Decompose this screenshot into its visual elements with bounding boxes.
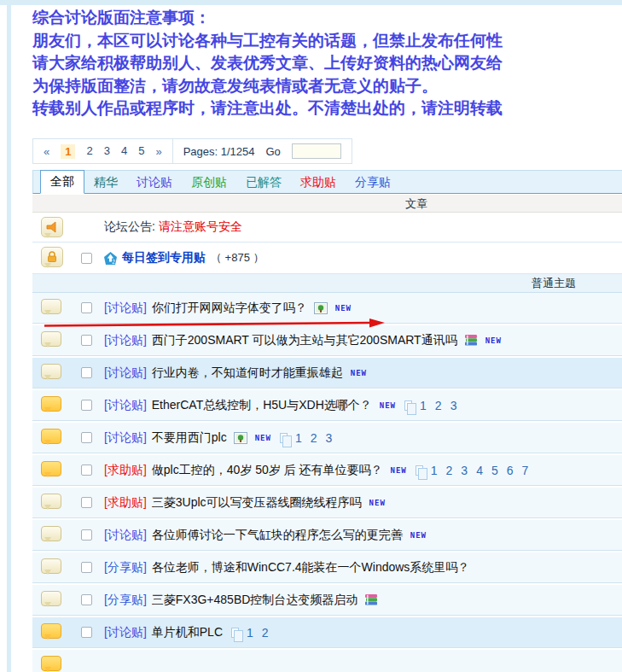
thread-checkbox[interactable]: [81, 627, 92, 638]
thread-tag[interactable]: [求助贴]: [104, 463, 147, 478]
thread-tag[interactable]: [讨论贴]: [104, 528, 147, 543]
page-number-link[interactable]: 1: [247, 626, 253, 640]
pages-icon: [416, 465, 423, 476]
thread-content: [求助贴]做plc工控的，40岁 50岁 后 还有单位要吗？NEW1234567: [104, 463, 530, 478]
tab-讨论贴[interactable]: 讨论贴: [127, 172, 182, 194]
pagination-info-cell: Pages: 1/1254 Go: [172, 139, 352, 163]
page-number-link[interactable]: 6: [507, 464, 514, 477]
thread-title-link[interactable]: 三菱FX3G+485BD控制台达变频器启动: [152, 593, 358, 608]
filter-tabs: 全部精华讨论贴原创贴已解答求助贴分享贴: [32, 170, 622, 194]
thread-list: [讨论贴]你们打开网网站字体变了吗？NEW[讨论贴]西门子200SMART 可以…: [32, 293, 622, 672]
page-go-input[interactable]: [292, 143, 341, 159]
pages-count-label: Pages: 1/1254: [183, 145, 255, 158]
thread-content: [讨论贴]你们打开网网站字体变了吗？NEW: [104, 301, 352, 316]
thread-title-link[interactable]: EtherCAT总线控制，H5U与XDH选哪个？: [152, 398, 372, 413]
thread-title-link[interactable]: 单片机和PLC: [152, 625, 223, 640]
thread-checkbox[interactable]: [81, 465, 92, 476]
topic-bubble-icon: [41, 526, 61, 541]
new-badge: NEW: [255, 434, 271, 442]
topic-bubble-icon: [41, 396, 61, 412]
page-number-link[interactable]: 5: [138, 144, 144, 159]
tab-已解答[interactable]: 已解答: [236, 172, 291, 194]
section-header-row: 普通主题: [32, 274, 622, 293]
thread-title-link[interactable]: 不要用西门plc: [152, 430, 227, 446]
prev-page-button[interactable]: «: [44, 145, 49, 158]
books-attachment-icon: [464, 334, 478, 347]
thread-content: [分享贴]各位老师，博途和WinCC7.4能装在一个Windows系统里吗？: [104, 560, 469, 576]
thread-title-link[interactable]: 三菱3Uplc可以写变压器线圈绕线程序吗: [152, 495, 362, 511]
thread-row: [求助贴]做plc工控的，40岁 50岁 后 还有单位要吗？NEW1234567: [32, 455, 622, 486]
thread-tag[interactable]: [分享贴]: [104, 560, 147, 576]
page-left-border: [7, 5, 11, 672]
page-number-link[interactable]: 3: [104, 144, 110, 159]
page-number-link[interactable]: 5: [491, 464, 498, 477]
page-number-link[interactable]: 2: [262, 626, 269, 640]
thread-content: [讨论贴]行业内卷，不知道何时才能重振雄起NEW: [104, 365, 367, 381]
thread-title-link[interactable]: 西门子200SMART 可以做为主站与其它200SMART通讯吗: [152, 333, 457, 348]
tab-原创贴[interactable]: 原创贴: [182, 172, 236, 194]
page-number-link[interactable]: 1: [431, 464, 438, 477]
thread-title-link[interactable]: 做plc工控的，40岁 50岁 后 还有单位要吗？: [152, 463, 383, 478]
page-number-link[interactable]: 3: [451, 399, 457, 412]
thread-checkbox[interactable]: [81, 594, 92, 605]
page-number-link[interactable]: 3: [461, 464, 468, 477]
page-number-link[interactable]: 4: [476, 464, 483, 477]
pinned-level-icon: 2: [104, 252, 117, 265]
notice-line: 转载别人作品或程序时，请注意出处。不清楚出处的，请注明转载: [32, 97, 503, 120]
announcement-row: 论坛公告: 请注意账号安全: [32, 213, 622, 243]
new-badge: NEW: [485, 336, 502, 345]
page-number-link[interactable]: 7: [522, 464, 529, 477]
thread-title-link[interactable]: 行业内卷，不知道何时才能重振雄起: [152, 365, 343, 381]
pagination-bar: « 12345 » Pages: 1/1254 Go: [32, 138, 352, 164]
page-number-link[interactable]: 2: [311, 431, 317, 445]
page-number-link[interactable]: 2: [435, 399, 442, 412]
thread-checkbox[interactable]: [81, 367, 92, 378]
thread-tag[interactable]: [讨论贴]: [104, 430, 147, 446]
thread-title-link[interactable]: 你们打开网网站字体变了吗？: [152, 301, 307, 316]
page-number-link[interactable]: 2: [86, 144, 92, 159]
topic-bubble-icon: [41, 494, 61, 509]
thread-checkbox[interactable]: [81, 335, 92, 346]
tab-求助贴[interactable]: 求助贴: [291, 172, 346, 194]
thread-tag[interactable]: [分享贴]: [104, 593, 147, 608]
thread-row: [讨论贴]行业内卷，不知道何时才能重振雄起NEW: [32, 358, 622, 389]
announcement-link[interactable]: 请注意账号安全: [159, 219, 242, 235]
thread-title-link[interactable]: 各位老师，博途和WinCC7.4能装在一个Windows系统里吗？: [152, 560, 470, 576]
thread-tag[interactable]: [讨论贴]: [104, 365, 147, 381]
page-number-link[interactable]: 3: [326, 431, 333, 445]
page-number-link[interactable]: 1: [420, 399, 427, 412]
tab-分享贴[interactable]: 分享贴: [346, 172, 400, 194]
thread-checkbox[interactable]: [81, 302, 92, 313]
page-number-link[interactable]: 1: [295, 431, 302, 445]
thread-tag[interactable]: [讨论贴]: [104, 333, 147, 348]
page-number-link[interactable]: 4: [121, 144, 127, 159]
thread-tag[interactable]: [讨论贴]: [104, 625, 147, 640]
tab-全部[interactable]: 全部: [40, 170, 84, 194]
thread-tag[interactable]: [讨论贴]: [104, 398, 147, 413]
thread-checkbox[interactable]: [81, 253, 92, 264]
thread-checkbox[interactable]: [81, 432, 92, 443]
thread-row: [求助贴]三菱3Uplc可以写变压器线圈绕线程序吗NEW: [32, 488, 622, 518]
pagination-pages-cell: « 12345 »: [33, 139, 172, 163]
thread-checkbox[interactable]: [81, 529, 92, 541]
pages-icon: [404, 400, 412, 411]
signin-thread-title[interactable]: 每日签到专用贴: [122, 250, 206, 266]
thread-tag[interactable]: [讨论贴]: [104, 301, 147, 316]
go-label: Go: [266, 145, 281, 158]
thread-tag[interactable]: [求助贴]: [104, 495, 147, 511]
page-number-link[interactable]: 2: [446, 464, 453, 477]
page-number-link[interactable]: 1: [61, 144, 75, 159]
image-attachment-icon: [234, 432, 247, 444]
thread-row: [分享贴]三菱FX3G+485BD控制台达变频器启动: [32, 585, 622, 616]
pages-icon: [231, 628, 239, 638]
tab-精华[interactable]: 精华: [84, 172, 127, 194]
thread-checkbox[interactable]: [81, 400, 92, 411]
thread-content: [讨论贴]不要用西门plcNEW123: [104, 430, 334, 446]
announcement-horn-icon: [41, 217, 63, 237]
thread-checkbox[interactable]: [81, 497, 92, 508]
thread-title-link[interactable]: 各位师傅讨论一下气缸块的程序怎么写的更完善: [152, 528, 403, 543]
thread-content: [求助贴]三菱3Uplc可以写变压器线圈绕线程序吗NEW: [104, 495, 386, 511]
next-page-button[interactable]: »: [155, 145, 161, 158]
thread-checkbox[interactable]: [81, 562, 92, 573]
thread-content: [讨论贴]单片机和PLC12: [104, 625, 270, 640]
